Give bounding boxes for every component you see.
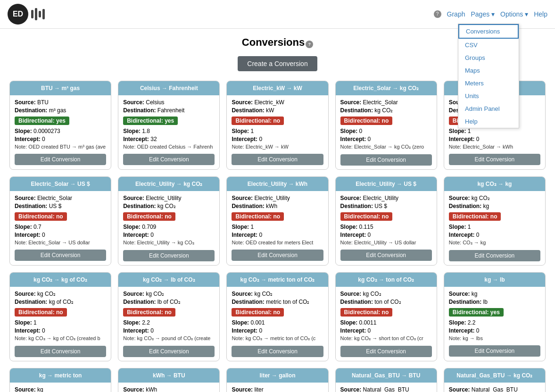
card-bidirectional: Bidirectional: yes <box>123 115 215 126</box>
card-intercept: Intercept: 0 <box>123 327 215 334</box>
help-info-icon[interactable]: ? <box>434 10 441 18</box>
card-slope: Slope: 0.7 <box>15 224 106 230</box>
card-body: Source: kg CO₂ Destination: ton of CO₂ B… <box>336 287 437 361</box>
card-intercept: Intercept: 0 <box>449 327 540 334</box>
card-note: Note: kg CO₂ → pound of CO₂ (create <box>123 335 215 342</box>
dropdown-item-help[interactable]: Help <box>458 115 519 128</box>
header: ED ? Graph Pages ▾ Options ▾ Help Conver… <box>0 0 555 29</box>
card-note: Note: Electric_Solar → kWh <box>449 144 540 150</box>
card-slope: Slope: 2.2 <box>123 319 215 326</box>
card-body: Source: Electric_Solar Destination: kg C… <box>336 95 437 169</box>
edit-conversion-button[interactable]: Edit Conversion <box>449 154 540 165</box>
bidirectional-badge: Bidirectional: no <box>232 212 284 221</box>
edit-conversion-button[interactable]: Edit Conversion <box>449 345 540 357</box>
card-source: Source: kg CO₂ <box>340 291 432 297</box>
conversion-card: Natural_Gas_BTU → kg CO₂ Source: Natural… <box>444 368 546 392</box>
conversion-card: kg CO₂ → ton of CO₂ Source: kg CO₂ Desti… <box>335 272 437 361</box>
card-source: Source: kg CO₂ <box>15 291 106 297</box>
card-note: Note: Electric_Utility → US dollar <box>340 240 432 245</box>
nav-graph[interactable]: Graph <box>447 10 465 18</box>
conversion-card: kg CO₂ → kg of CO₂ Source: kg CO₂ Destin… <box>9 272 111 361</box>
card-note: Note: kg CO₂ → metric ton of CO₂ (c <box>232 335 323 342</box>
edit-conversion-button[interactable]: Edit Conversion <box>449 250 540 261</box>
conversion-card: Celsius → Fahrenheit Source: Celsius Des… <box>118 81 220 170</box>
logo: ED <box>8 4 45 25</box>
card-bidirectional: Bidirectional: no <box>123 307 215 318</box>
conversion-card: Electric_Utility → US $ Source: Electric… <box>335 176 437 266</box>
card-note: Note: OED created BTU → m³ gas (ave <box>15 144 106 150</box>
dropdown-item-meters[interactable]: Meters <box>458 77 519 90</box>
card-destination: Destination: kWh <box>232 203 323 209</box>
card-header: Electric_Utility → kWh <box>227 177 328 191</box>
dropdown-item-groups[interactable]: Groups <box>458 51 519 64</box>
nav-options-dropdown[interactable]: Options ▾ <box>500 10 528 18</box>
card-bidirectional: Bidirectional: no <box>232 115 323 126</box>
conversion-card: Electric_Utility → kg CO₂ Source: Electr… <box>118 176 220 266</box>
card-bidirectional: Bidirectional: no <box>340 115 432 126</box>
conversion-card: kg CO₂ → metric ton of CO₂ Source: kg CO… <box>226 272 328 361</box>
edit-conversion-button[interactable]: Edit Conversion <box>123 250 215 261</box>
card-intercept: Intercept: 0 <box>15 136 106 142</box>
card-source: Source: liter <box>232 386 323 392</box>
card-header: liter → gallon <box>227 368 328 383</box>
card-body: Source: kg Destination: metric ton Bidir… <box>10 383 111 392</box>
edit-conversion-button[interactable]: Edit Conversion <box>340 250 432 261</box>
edit-conversion-button[interactable]: Edit Conversion <box>15 250 106 261</box>
card-body: Source: Electric_Utility Destination: kg… <box>118 191 219 265</box>
nav-pages-dropdown[interactable]: Pages ▾ <box>471 10 495 18</box>
page-info-icon[interactable]: ? <box>306 41 313 48</box>
conversion-card: BTU → m³ gas Source: BTU Destination: m³… <box>9 81 111 170</box>
edit-conversion-button[interactable]: Edit Conversion <box>15 346 106 357</box>
card-body: Source: kg Destination: lb Bidirectional… <box>444 287 545 360</box>
card-header: kWh → BTU <box>118 368 219 383</box>
card-destination: Destination: ton of CO₂ <box>340 299 432 305</box>
card-bidirectional: Bidirectional: no <box>232 211 323 222</box>
card-body: Source: Electric_Utility Destination: kW… <box>227 191 328 265</box>
card-bidirectional: Bidirectional: no <box>340 211 432 222</box>
card-bidirectional: Bidirectional: no <box>123 211 215 222</box>
bidirectional-badge: Bidirectional: no <box>340 212 393 221</box>
card-bidirectional: Bidirectional: no <box>15 211 106 222</box>
card-body: Source: Electric_Utility Destination: US… <box>336 191 437 265</box>
card-note: Note: kg CO₂ → kg of CO₂ (created b <box>15 335 106 342</box>
card-source: Source: Electric_Utility <box>340 195 432 201</box>
bidirectional-badge: Bidirectional: no <box>15 212 67 221</box>
dropdown-item-units[interactable]: Units <box>458 90 519 102</box>
card-header: Electric_kW → kW <box>227 81 328 95</box>
nav-help[interactable]: Help <box>534 10 547 18</box>
card-destination: Destination: kW <box>232 107 323 114</box>
edit-conversion-button[interactable]: Edit Conversion <box>340 154 432 166</box>
edit-conversion-button[interactable]: Edit Conversion <box>123 154 215 165</box>
card-intercept: Intercept: 0 <box>449 136 540 142</box>
edit-conversion-button[interactable]: Edit Conversion <box>15 154 106 165</box>
dropdown-item-conversions[interactable]: Conversions <box>458 24 519 39</box>
card-destination: Destination: US $ <box>340 203 432 209</box>
card-source: Source: kg <box>15 386 106 392</box>
card-header: kg CO₂ → lb of CO₂ <box>118 273 219 287</box>
edit-conversion-button[interactable]: Edit Conversion <box>232 154 323 165</box>
card-destination: Destination: kg CO₂ <box>340 107 432 114</box>
edit-conversion-button[interactable]: Edit Conversion <box>232 250 323 261</box>
dropdown-item-maps[interactable]: Maps <box>458 64 519 77</box>
conversion-card: Electric_kW → kW Source: Electric_kW Des… <box>226 81 328 170</box>
card-body: Source: kWh Destination: BTU Bidirection… <box>118 383 219 392</box>
edit-conversion-button[interactable]: Edit Conversion <box>123 346 215 357</box>
card-header: BTU → m³ gas <box>10 81 111 95</box>
dropdown-item-csv[interactable]: CSV <box>458 39 519 51</box>
card-source: Source: kg CO₂ <box>123 291 215 297</box>
conversion-card: kg CO₂ → lb of CO₂ Source: kg CO₂ Destin… <box>118 272 220 361</box>
card-source: Source: Electric_Utility <box>123 195 215 201</box>
edit-conversion-button[interactable]: Edit Conversion <box>232 346 323 357</box>
card-note: Note: Electric_kW → kW <box>232 144 323 150</box>
card-destination: Destination: US $ <box>15 203 106 209</box>
card-header: kg CO₂ → kg of CO₂ <box>10 273 111 287</box>
bidirectional-badge: Bidirectional: no <box>340 117 393 125</box>
edit-conversion-button[interactable]: Edit Conversion <box>340 346 432 357</box>
dropdown-item-admin[interactable]: Admin Panel <box>458 102 519 115</box>
conversion-card: liter → gallon Source: liter Destination… <box>226 368 328 392</box>
page-title-text: Conversions <box>242 36 305 48</box>
logo-bars <box>31 8 45 20</box>
card-slope: Slope: 1 <box>232 128 323 134</box>
create-conversion-button[interactable]: Create a Conversion <box>238 56 317 71</box>
nav-right: ? Graph Pages ▾ Options ▾ Help Conversio… <box>433 10 547 18</box>
